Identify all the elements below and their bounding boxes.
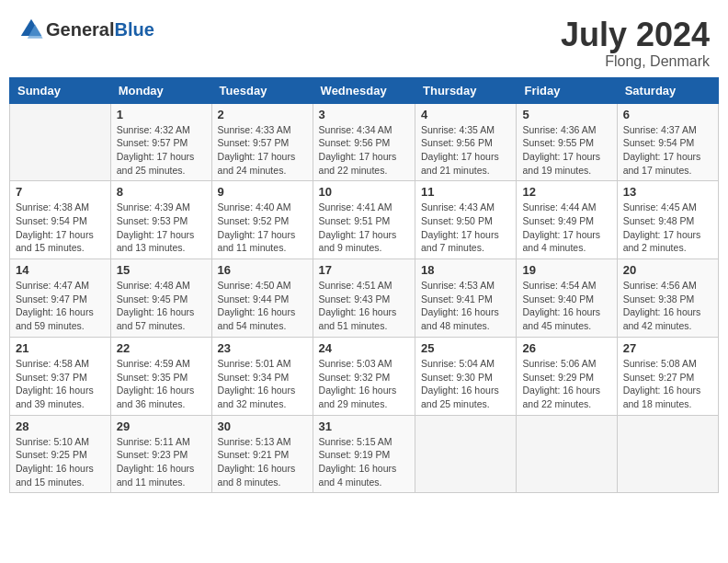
day-number: 9 (218, 185, 307, 199)
day-number: 10 (319, 185, 409, 199)
day-info: Sunrise: 4:33 AMSunset: 9:57 PMDaylight:… (218, 123, 307, 178)
day-info: Sunrise: 5:15 AMSunset: 9:19 PMDaylight:… (319, 435, 409, 489)
day-cell: 14Sunrise: 4:47 AMSunset: 9:47 PMDayligh… (10, 259, 111, 338)
day-cell: 28Sunrise: 5:10 AMSunset: 9:25 PMDayligh… (10, 415, 111, 493)
day-cell (10, 103, 111, 181)
week-row-1: 1Sunrise: 4:32 AMSunset: 9:57 PMDaylight… (10, 103, 719, 181)
header-day-friday: Friday (517, 77, 617, 103)
day-number: 28 (16, 419, 105, 433)
day-number: 16 (218, 263, 307, 277)
day-cell: 6Sunrise: 4:37 AMSunset: 9:54 PMDaylight… (617, 103, 718, 181)
day-cell: 31Sunrise: 5:15 AMSunset: 9:19 PMDayligh… (313, 415, 415, 493)
day-info: Sunrise: 5:01 AMSunset: 9:34 PMDaylight:… (218, 357, 307, 411)
day-info: Sunrise: 5:11 AMSunset: 9:23 PMDaylight:… (117, 435, 206, 489)
week-row-5: 28Sunrise: 5:10 AMSunset: 9:25 PMDayligh… (10, 415, 719, 493)
day-cell: 10Sunrise: 4:41 AMSunset: 9:51 PMDayligh… (313, 181, 415, 259)
header-row: SundayMondayTuesdayWednesdayThursdayFrid… (10, 77, 719, 103)
logo-general-text: General (46, 19, 114, 40)
title-area: July 2024 Flong, Denmark (561, 17, 710, 70)
day-cell: 11Sunrise: 4:43 AMSunset: 9:50 PMDayligh… (415, 181, 517, 259)
week-row-4: 21Sunrise: 4:58 AMSunset: 9:37 PMDayligh… (10, 337, 719, 415)
header-day-thursday: Thursday (415, 77, 517, 103)
day-number: 20 (623, 263, 712, 277)
day-number: 27 (623, 341, 712, 355)
day-cell: 25Sunrise: 5:04 AMSunset: 9:30 PMDayligh… (415, 337, 517, 415)
day-info: Sunrise: 4:35 AMSunset: 9:56 PMDaylight:… (421, 123, 510, 178)
calendar-location: Flong, Denmark (561, 53, 710, 70)
day-info: Sunrise: 4:40 AMSunset: 9:52 PMDaylight:… (218, 201, 307, 255)
day-number: 26 (522, 341, 610, 355)
day-cell: 8Sunrise: 4:39 AMSunset: 9:53 PMDaylight… (110, 181, 211, 259)
day-cell: 27Sunrise: 5:08 AMSunset: 9:27 PMDayligh… (617, 337, 718, 415)
day-number: 31 (319, 419, 409, 433)
day-cell: 5Sunrise: 4:36 AMSunset: 9:55 PMDaylight… (517, 103, 617, 181)
day-info: Sunrise: 5:03 AMSunset: 9:32 PMDaylight:… (319, 357, 409, 411)
day-cell: 22Sunrise: 4:59 AMSunset: 9:35 PMDayligh… (110, 337, 211, 415)
day-cell: 7Sunrise: 4:38 AMSunset: 9:54 PMDaylight… (10, 181, 111, 259)
week-row-3: 14Sunrise: 4:47 AMSunset: 9:47 PMDayligh… (10, 259, 719, 338)
day-info: Sunrise: 4:48 AMSunset: 9:45 PMDaylight:… (117, 279, 206, 333)
day-cell: 19Sunrise: 4:54 AMSunset: 9:40 PMDayligh… (517, 259, 617, 338)
day-number: 8 (117, 185, 206, 199)
day-info: Sunrise: 4:47 AMSunset: 9:47 PMDaylight:… (16, 279, 105, 333)
page-header: GeneralBlue July 2024 Flong, Denmark (9, 9, 719, 77)
day-number: 3 (319, 108, 409, 121)
day-number: 14 (16, 263, 105, 277)
day-cell: 3Sunrise: 4:34 AMSunset: 9:56 PMDaylight… (313, 103, 415, 181)
day-info: Sunrise: 4:41 AMSunset: 9:51 PMDaylight:… (319, 201, 409, 255)
day-cell (517, 415, 617, 493)
header-day-wednesday: Wednesday (313, 77, 415, 103)
day-number: 2 (218, 108, 307, 121)
header-day-saturday: Saturday (617, 77, 718, 103)
day-cell: 17Sunrise: 4:51 AMSunset: 9:43 PMDayligh… (313, 259, 415, 338)
day-cell: 20Sunrise: 4:56 AMSunset: 9:38 PMDayligh… (617, 259, 718, 338)
week-row-2: 7Sunrise: 4:38 AMSunset: 9:54 PMDaylight… (10, 181, 719, 259)
day-number: 25 (421, 341, 510, 355)
day-cell: 15Sunrise: 4:48 AMSunset: 9:45 PMDayligh… (110, 259, 211, 338)
day-cell: 24Sunrise: 5:03 AMSunset: 9:32 PMDayligh… (313, 337, 415, 415)
header-day-sunday: Sunday (10, 77, 111, 103)
day-info: Sunrise: 4:53 AMSunset: 9:41 PMDaylight:… (421, 279, 510, 333)
day-cell: 16Sunrise: 4:50 AMSunset: 9:44 PMDayligh… (211, 259, 313, 338)
day-number: 1 (117, 108, 206, 121)
calendar-table: SundayMondayTuesdayWednesdayThursdayFrid… (9, 77, 719, 494)
day-number: 21 (16, 341, 105, 355)
day-cell: 1Sunrise: 4:32 AMSunset: 9:57 PMDaylight… (110, 103, 211, 181)
day-number: 12 (522, 185, 610, 199)
day-cell: 23Sunrise: 5:01 AMSunset: 9:34 PMDayligh… (211, 337, 313, 415)
day-info: Sunrise: 4:43 AMSunset: 9:50 PMDaylight:… (421, 201, 510, 255)
day-number: 11 (421, 185, 510, 199)
day-info: Sunrise: 4:36 AMSunset: 9:55 PMDaylight:… (522, 123, 610, 178)
day-info: Sunrise: 4:37 AMSunset: 9:54 PMDaylight:… (623, 123, 712, 178)
day-info: Sunrise: 4:58 AMSunset: 9:37 PMDaylight:… (16, 357, 105, 411)
day-number: 29 (117, 419, 206, 433)
day-cell: 30Sunrise: 5:13 AMSunset: 9:21 PMDayligh… (211, 415, 313, 493)
day-info: Sunrise: 4:59 AMSunset: 9:35 PMDaylight:… (117, 357, 206, 411)
day-info: Sunrise: 5:10 AMSunset: 9:25 PMDaylight:… (16, 435, 105, 489)
day-number: 15 (117, 263, 206, 277)
day-cell: 21Sunrise: 4:58 AMSunset: 9:37 PMDayligh… (10, 337, 111, 415)
logo-icon (18, 17, 44, 42)
day-number: 17 (319, 263, 409, 277)
day-cell: 9Sunrise: 4:40 AMSunset: 9:52 PMDaylight… (211, 181, 313, 259)
calendar-title: July 2024 (561, 17, 710, 53)
day-info: Sunrise: 4:51 AMSunset: 9:43 PMDaylight:… (319, 279, 409, 333)
day-number: 4 (421, 108, 510, 121)
day-cell: 18Sunrise: 4:53 AMSunset: 9:41 PMDayligh… (415, 259, 517, 338)
day-info: Sunrise: 4:34 AMSunset: 9:56 PMDaylight:… (319, 123, 409, 178)
day-cell (617, 415, 718, 493)
day-number: 30 (218, 419, 307, 433)
day-info: Sunrise: 4:54 AMSunset: 9:40 PMDaylight:… (522, 279, 610, 333)
day-info: Sunrise: 4:39 AMSunset: 9:53 PMDaylight:… (117, 201, 206, 255)
day-info: Sunrise: 4:50 AMSunset: 9:44 PMDaylight:… (218, 279, 307, 333)
day-info: Sunrise: 4:45 AMSunset: 9:48 PMDaylight:… (623, 201, 712, 255)
day-info: Sunrise: 5:13 AMSunset: 9:21 PMDaylight:… (218, 435, 307, 489)
day-info: Sunrise: 5:06 AMSunset: 9:29 PMDaylight:… (522, 357, 610, 411)
logo-blue-text: Blue (114, 19, 154, 40)
day-number: 6 (623, 108, 712, 121)
day-cell: 4Sunrise: 4:35 AMSunset: 9:56 PMDaylight… (415, 103, 517, 181)
day-number: 23 (218, 341, 307, 355)
day-info: Sunrise: 5:04 AMSunset: 9:30 PMDaylight:… (421, 357, 510, 411)
calendar-body: 1Sunrise: 4:32 AMSunset: 9:57 PMDaylight… (10, 103, 719, 493)
header-day-tuesday: Tuesday (211, 77, 313, 103)
